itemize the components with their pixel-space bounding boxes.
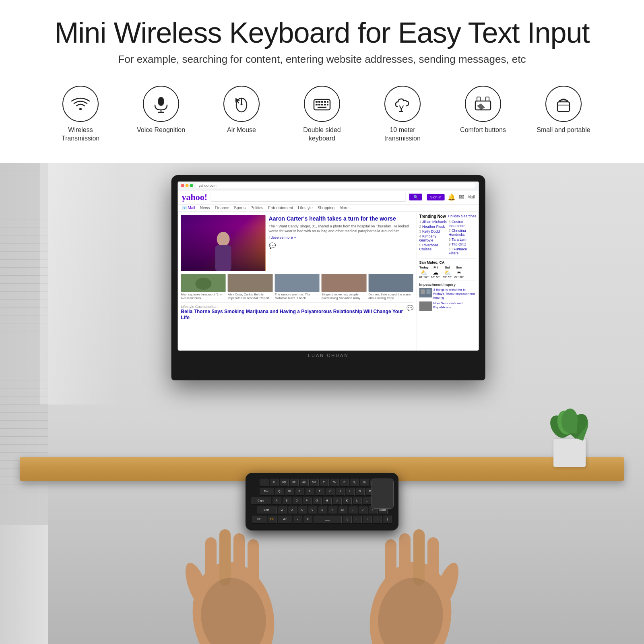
key-e[interactable]: E (295, 488, 304, 496)
yahoo-search-input[interactable] (211, 193, 406, 202)
key-k[interactable]: K (343, 497, 352, 505)
key-o[interactable]: O (356, 488, 365, 496)
yahoo-finance-nav[interactable]: Finance (215, 206, 229, 210)
article-5-text[interactable]: Damon, Bale sound the alarm about acting… (368, 293, 413, 300)
key-r[interactable]: R (305, 488, 314, 496)
key-j[interactable]: J (333, 497, 342, 505)
key-rbrace[interactable]: ) (383, 516, 392, 524)
trending-lists: 1 Jillian Michaels 2 Heather Fleck 3 Kel… (419, 220, 477, 256)
bottom-article-content: Lifestyle Cosmopolitan Bella Thorne Says… (181, 305, 407, 321)
key-d[interactable]: D (293, 497, 301, 505)
key-i[interactable]: I (346, 488, 355, 496)
key-period[interactable]: ? (359, 506, 367, 514)
holiday-searches-link[interactable]: Holiday Searches (448, 214, 477, 218)
yahoo-entertainment-nav[interactable]: Entertainment (268, 206, 293, 210)
yahoo-shopping-nav[interactable]: Shopping (318, 206, 334, 210)
t1[interactable]: 1 Jillian Michaels (419, 220, 447, 224)
yahoo-search-button[interactable]: 🔍 (409, 194, 422, 200)
feature-comfort-buttons: Comfort buttons (455, 86, 511, 134)
key-9[interactable]: 9( (350, 479, 359, 487)
t9[interactable]: 9 Tito Ortiz (449, 242, 477, 246)
browser-address-bar[interactable]: yahoo.com (196, 183, 476, 188)
key-c[interactable]: C (298, 506, 307, 514)
t8[interactable]: 8 Tara Lynn (449, 237, 477, 242)
t4[interactable]: 4 Kimberly Guilfoyle (419, 234, 447, 242)
key-a[interactable]: A (272, 497, 281, 505)
key-h[interactable]: H (323, 497, 332, 505)
key-6[interactable]: 6^ (320, 479, 329, 487)
t3[interactable]: 3 Kelly Dodd (419, 229, 447, 233)
headline-title[interactable]: Aaron Carter's health takes a turn for t… (269, 215, 413, 222)
key-4[interactable]: 4$ (300, 479, 309, 487)
key-esc[interactable]: Esc (260, 488, 274, 496)
key-w[interactable]: W (285, 488, 294, 496)
yahoo-politics-nav[interactable]: Politics (250, 206, 263, 210)
mini-keyboard[interactable]: ~` 1! 2@ 3# 4$ 5% 6^ 7& 8* 9( 0) ←BACK E… (246, 473, 398, 530)
yahoo-signin-button[interactable]: Sign in (427, 194, 445, 200)
imp-text-1[interactable]: 3 things to watch for in Friday's Trump … (433, 288, 477, 300)
hands-keyboard: ~` 1! 2@ 3# 4$ 5% 6^ 7& 8* 9( 0) ←BACK E… (181, 433, 463, 644)
key-minus[interactable]: - (293, 516, 302, 524)
key-space[interactable]: ___ (314, 516, 342, 524)
bottom-article-title[interactable]: Bella Thorne Says Smoking Marijuana and … (181, 309, 407, 321)
key-z[interactable]: Z (278, 506, 287, 514)
key-left-arrow[interactable]: ← (353, 516, 362, 524)
key-fn[interactable]: Fn (268, 516, 277, 524)
key-3[interactable]: 3# (290, 479, 299, 487)
bag-icon (553, 94, 574, 114)
key-g[interactable]: G (313, 497, 322, 505)
key-0[interactable]: 0) (360, 479, 369, 487)
key-right-arrow[interactable]: → (373, 516, 382, 524)
key-2[interactable]: 2@ (280, 479, 289, 487)
t10[interactable]: 10 Furnace Filters (449, 247, 477, 255)
yahoo-bell-icon[interactable]: 🔔 (448, 193, 456, 201)
key-lbrace[interactable]: { (343, 516, 352, 524)
key-ctrl[interactable]: Ctrl (252, 516, 266, 524)
t7[interactable]: 7 Christina Hendricks (449, 229, 477, 237)
key-m[interactable]: M (339, 506, 347, 514)
key-q[interactable]: Q (275, 488, 284, 496)
key-caps[interactable]: Caps (251, 497, 271, 505)
key-t[interactable]: T (316, 488, 324, 496)
key-equals[interactable]: = (303, 516, 312, 524)
article-2-text[interactable]: Alex Cora, Carlos Beltrán implicated in … (228, 293, 272, 300)
key-b[interactable]: B (318, 506, 327, 514)
yahoo-mail-nav[interactable]: 📧 Mail (182, 206, 195, 210)
svg-rect-23 (477, 97, 480, 101)
weather-fri-temp: 62° 53° (431, 276, 440, 279)
yahoo-more-nav[interactable]: More... (339, 206, 352, 210)
yahoo-lifestyle-nav[interactable]: Lifestyle (298, 206, 313, 210)
yahoo-sports-nav[interactable]: Sports (234, 206, 246, 210)
key-5[interactable]: 5% (310, 479, 319, 487)
article-4-text[interactable]: Singer's move has people questioning Sal… (322, 293, 366, 300)
key-u[interactable]: U (336, 488, 345, 496)
t6[interactable]: 6 Costco Insurance (449, 220, 477, 228)
key-l[interactable]: L (353, 497, 362, 505)
imp-text-2[interactable]: How Democrats and Republicans... (433, 301, 477, 311)
key-f[interactable]: F (303, 497, 312, 505)
keyboard-touchpad[interactable] (372, 479, 394, 509)
key-shift[interactable]: Shift (257, 506, 277, 514)
key-tilde[interactable]: ~` (260, 479, 268, 487)
key-alt[interactable]: Alt (278, 516, 292, 524)
article-3-text[interactable]: The rumors are true: The Motorola Razr i… (275, 293, 319, 300)
yahoo-mail-icon[interactable]: ✉ (459, 193, 464, 201)
article-1-text[interactable]: Man captures images of '1-in-a-million' … (181, 293, 226, 300)
key-1[interactable]: 1! (270, 479, 279, 487)
yahoo-news-nav[interactable]: News (200, 206, 210, 210)
key-7[interactable]: 7& (330, 479, 339, 487)
key-semicolon[interactable]: ;: (363, 497, 372, 505)
key-down-arrow[interactable]: ↓ (363, 516, 372, 524)
key-8[interactable]: 8* (340, 479, 349, 487)
key-v[interactable]: V (308, 506, 317, 514)
key-s[interactable]: S (283, 497, 291, 505)
key-x[interactable]: X (288, 506, 297, 514)
headline-more-link[interactable]: I deserve more » (269, 235, 413, 239)
key-y[interactable]: Y (326, 488, 334, 496)
t5[interactable]: 5 Riverboat Cruises (419, 243, 447, 251)
close-dot (181, 184, 184, 187)
key-n[interactable]: N (328, 506, 337, 514)
svg-rect-14 (318, 104, 320, 105)
t2[interactable]: 2 Heather Fleck (419, 225, 447, 229)
key-comma[interactable]: , (349, 506, 357, 514)
